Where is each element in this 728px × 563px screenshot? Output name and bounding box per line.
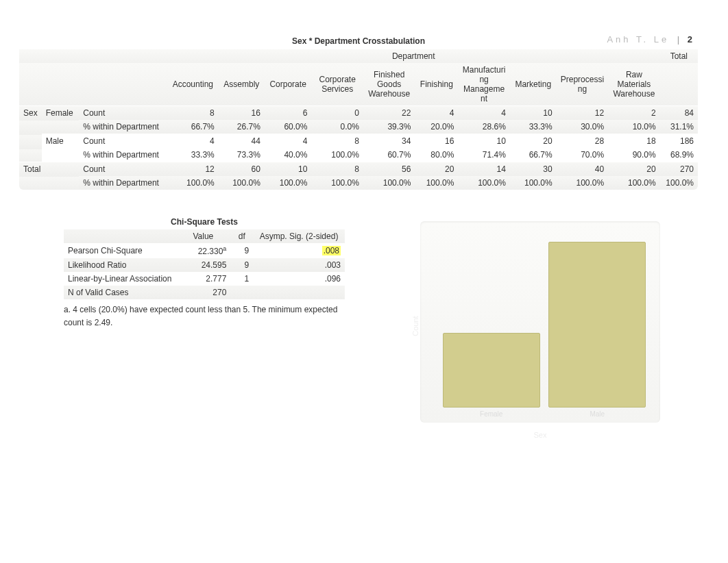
- crosstab-cell: 100.0%: [265, 176, 312, 190]
- crosstab-cell: 33.3%: [167, 148, 219, 162]
- chisq-row-label: Pearson Chi-Square: [64, 243, 175, 258]
- crosstab-cell: 84: [660, 106, 698, 121]
- crosstab-cell: 100.0%: [415, 176, 458, 190]
- crosstab-cell: 39.3%: [363, 120, 415, 134]
- chisq-df: [230, 286, 253, 299]
- chisq-df: 1: [230, 272, 253, 286]
- crosstab-cell: 20.0%: [415, 120, 458, 134]
- crosstab-cell: 20: [415, 162, 458, 177]
- crosstab-cell: 100.0%: [458, 176, 510, 190]
- crosstab-cell: 18: [608, 134, 660, 149]
- crosstab-cell: Count: [79, 134, 167, 149]
- chisq-df: 9: [230, 258, 253, 272]
- crosstab-column-header: Manufacturing Management: [458, 63, 510, 106]
- crosstab-cell: 26.7%: [219, 120, 265, 134]
- crosstab-cell: 100.0%: [311, 148, 363, 162]
- crosstab-cell: 270: [660, 162, 698, 177]
- crosstab-cell: 34: [363, 134, 415, 149]
- chisq-header: Value: [175, 229, 230, 243]
- crosstab-cell: 12: [557, 106, 609, 121]
- crosstab-cell: 4: [265, 134, 312, 149]
- chisq-value: 270: [175, 286, 230, 299]
- chisq-sig: .003: [253, 258, 345, 272]
- crosstab-cell: 71.4%: [458, 148, 510, 162]
- crosstab-cell: 10: [265, 162, 312, 177]
- crosstab-column-header: Marketing: [510, 63, 557, 106]
- chisq-row-label: N of Valid Cases: [64, 286, 175, 299]
- crosstab-cell: 0.0%: [311, 120, 363, 134]
- chisq-header: [64, 229, 175, 243]
- crosstab-cell: 22: [363, 106, 415, 121]
- crosstab-cell: 100.0%: [363, 176, 415, 190]
- crosstab-cell: 44: [219, 134, 265, 149]
- crosstab-cell: 100.0%: [167, 176, 219, 190]
- crosstab-container: Sex * Department Crosstabulation Departm…: [19, 34, 698, 190]
- crosstab-cell: 70.0%: [557, 148, 609, 162]
- crosstab-cell: 16: [219, 106, 265, 121]
- chisq-sig: [253, 286, 345, 299]
- chart-x-tick: Male: [548, 410, 646, 418]
- crosstab-cell: 10.0%: [608, 120, 660, 134]
- crosstab-cell: 100.0%: [660, 176, 698, 190]
- crosstab-cell: 100.0%: [608, 176, 660, 190]
- crosstab-row-dimension: Sex: [19, 106, 42, 162]
- crosstab-cell: 66.7%: [167, 120, 219, 134]
- crosstab-cell: 20: [510, 134, 557, 149]
- chisq-row-label: Linear-by-Linear Association: [64, 272, 175, 286]
- crosstab-column-header: Assembly: [219, 63, 265, 106]
- crosstab-cell: 33.3%: [510, 120, 557, 134]
- crosstab-cell: 4: [458, 106, 510, 121]
- crosstab-cell: 100.0%: [311, 176, 363, 190]
- chisq-value: 22.330a: [175, 243, 230, 258]
- crosstab-title: Sex * Department Crosstabulation: [19, 34, 698, 49]
- crosstab-cell: 80.0%: [415, 148, 458, 162]
- crosstab-column-header: Preprocessing: [557, 63, 609, 106]
- crosstab-cell: 10: [510, 106, 557, 121]
- crosstab-cell: 186: [660, 134, 698, 149]
- crosstab-category: Female: [42, 106, 80, 134]
- crosstab-column-header: Corporate Services: [311, 63, 363, 106]
- crosstab-cell: 16: [415, 134, 458, 149]
- crosstab-group-label: Department: [167, 49, 660, 64]
- crosstab-column-header: Raw Materials Warehouse: [608, 63, 660, 106]
- crosstab-cell: 4: [415, 106, 458, 121]
- crosstab-cell: 8: [311, 134, 363, 149]
- crosstab-cell: 30: [510, 162, 557, 177]
- chisq-header: Asymp. Sig. (2-sided): [253, 229, 345, 243]
- crosstab-cell: 30.0%: [557, 120, 609, 134]
- crosstab-cell: 2: [608, 106, 660, 121]
- chi-square-footnote: a. 4 cells (20.0%) have expected count l…: [64, 303, 345, 329]
- crosstab-total-header: Total: [660, 49, 698, 64]
- crosstab-cell: 8: [167, 106, 219, 121]
- crosstab-cell: 12: [167, 162, 219, 177]
- chisq-value: 2.777: [175, 272, 230, 286]
- crosstab-cell: Count: [79, 162, 167, 177]
- crosstab-cell: 28.6%: [458, 120, 510, 134]
- chart-x-tick: Female: [443, 410, 540, 418]
- chi-square-container: Chi-Square Tests ValuedfAsymp. Sig. (2-s…: [64, 217, 345, 329]
- crosstab-cell: 31.1%: [660, 120, 698, 134]
- chisq-sig: .008: [253, 243, 345, 258]
- crosstab-cell: 14: [458, 162, 510, 177]
- crosstab-cell: 60.0%: [265, 120, 312, 134]
- crosstab-table: Department Total AccountingAssemblyCorpo…: [19, 49, 698, 190]
- crosstab-cell: 0: [311, 106, 363, 121]
- chisq-sig: .096: [253, 272, 345, 286]
- crosstab-total-label: Total: [19, 162, 79, 190]
- bar-chart: FemaleMale Sex Count: [400, 217, 674, 443]
- crosstab-cell: 60: [219, 162, 265, 177]
- crosstab-cell: 66.7%: [510, 148, 557, 162]
- crosstab-column-header: Finishing: [415, 63, 458, 106]
- crosstab-cell: 56: [363, 162, 415, 177]
- crosstab-category: Male: [42, 134, 80, 162]
- crosstab-cell: 10: [458, 134, 510, 149]
- crosstab-cell: 8: [311, 162, 363, 177]
- crosstab-cell: Count: [79, 106, 167, 121]
- chart-bar: [548, 242, 646, 408]
- crosstab-cell: 6: [265, 106, 312, 121]
- crosstab-cell: 28: [557, 134, 609, 149]
- chart-bar: [443, 333, 540, 408]
- chart-y-label: Count: [411, 316, 420, 336]
- chisq-header: df: [230, 229, 253, 243]
- crosstab-cell: 68.9%: [660, 148, 698, 162]
